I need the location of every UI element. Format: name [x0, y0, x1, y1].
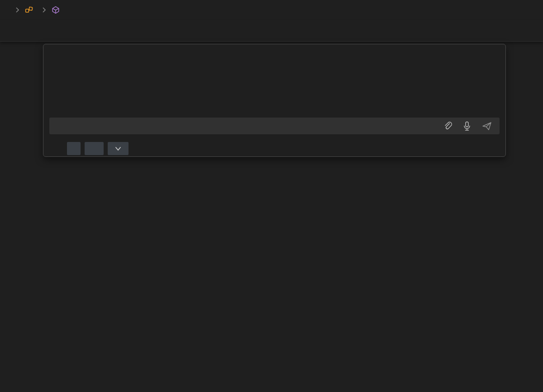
code-editor[interactable]	[0, 42, 543, 162]
class-symbol-icon	[25, 6, 33, 14]
accept-button[interactable]	[49, 142, 63, 155]
chevron-right-icon	[41, 7, 47, 13]
breadcrumb	[0, 0, 543, 20]
chat-actions	[49, 142, 129, 155]
attach-icon[interactable]	[443, 121, 452, 131]
chevron-right-icon	[14, 7, 20, 13]
send-icon[interactable]	[481, 121, 492, 131]
more-actions-button[interactable]	[108, 142, 129, 155]
chevron-down-icon	[114, 146, 122, 151]
chat-input-container	[49, 118, 500, 134]
inline-chat-zone	[0, 42, 543, 162]
regenerate-button[interactable]	[85, 142, 104, 155]
discard-button[interactable]	[67, 142, 81, 155]
microphone-icon[interactable]	[463, 121, 471, 131]
vscode-window	[0, 0, 543, 162]
method-symbol-icon	[52, 6, 60, 14]
sticky-scroll[interactable]	[0, 20, 543, 42]
copilot-inline-chat	[43, 44, 506, 157]
chat-input[interactable]	[49, 121, 443, 131]
